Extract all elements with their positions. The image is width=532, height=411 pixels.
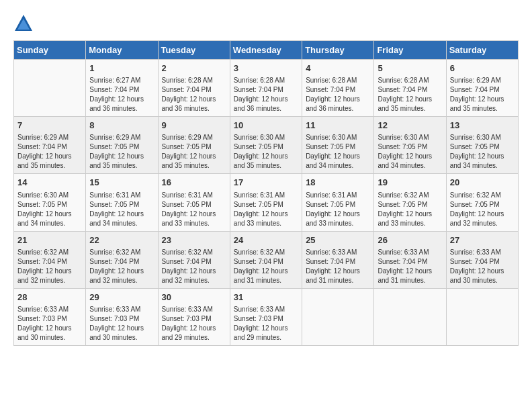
day-info: Sunrise: 6:32 AM Sunset: 7:04 PM Dayligh… [162, 248, 226, 285]
day-info: Sunrise: 6:33 AM Sunset: 7:03 PM Dayligh… [17, 305, 82, 342]
day-number: 13 [450, 120, 515, 132]
day-info: Sunrise: 6:32 AM Sunset: 7:04 PM Dayligh… [17, 248, 82, 285]
calendar-cell: 7Sunrise: 6:29 AM Sunset: 7:04 PM Daylig… [14, 117, 86, 174]
day-info: Sunrise: 6:33 AM Sunset: 7:04 PM Dayligh… [306, 248, 370, 285]
calendar-cell: 20Sunrise: 6:32 AM Sunset: 7:05 PM Dayli… [446, 174, 518, 231]
day-info: Sunrise: 6:29 AM Sunset: 7:05 PM Dayligh… [89, 133, 154, 171]
header-sunday: Sunday [14, 41, 86, 60]
calendar-cell [374, 288, 446, 345]
day-info: Sunrise: 6:33 AM Sunset: 7:03 PM Dayligh… [162, 305, 226, 342]
day-number: 5 [378, 62, 442, 75]
calendar-cell: 12Sunrise: 6:30 AM Sunset: 7:05 PM Dayli… [374, 117, 446, 174]
calendar-cell [446, 288, 518, 345]
calendar-cell: 6Sunrise: 6:29 AM Sunset: 7:04 PM Daylig… [446, 60, 518, 117]
day-number: 26 [378, 234, 442, 246]
header-wednesday: Wednesday [230, 41, 302, 60]
calendar-cell [14, 60, 86, 117]
calendar-cell [302, 288, 374, 345]
calendar-cell: 5Sunrise: 6:28 AM Sunset: 7:04 PM Daylig… [374, 60, 446, 117]
day-info: Sunrise: 6:33 AM Sunset: 7:03 PM Dayligh… [234, 305, 298, 342]
day-number: 8 [89, 120, 154, 132]
header-row: SundayMondayTuesdayWednesdayThursdayFrid… [14, 41, 519, 60]
day-number: 22 [89, 234, 154, 246]
day-info: Sunrise: 6:33 AM Sunset: 7:03 PM Dayligh… [89, 305, 154, 342]
calendar-cell: 9Sunrise: 6:29 AM Sunset: 7:05 PM Daylig… [158, 117, 230, 174]
calendar-cell: 18Sunrise: 6:31 AM Sunset: 7:05 PM Dayli… [302, 174, 374, 231]
calendar-cell: 3Sunrise: 6:28 AM Sunset: 7:04 PM Daylig… [230, 60, 302, 117]
calendar-cell: 28Sunrise: 6:33 AM Sunset: 7:03 PM Dayli… [14, 288, 86, 345]
calendar-cell: 10Sunrise: 6:30 AM Sunset: 7:05 PM Dayli… [230, 117, 302, 174]
day-info: Sunrise: 6:28 AM Sunset: 7:04 PM Dayligh… [378, 76, 442, 113]
logo [13, 13, 36, 34]
calendar-cell: 2Sunrise: 6:28 AM Sunset: 7:04 PM Daylig… [158, 60, 230, 117]
day-info: Sunrise: 6:29 AM Sunset: 7:04 PM Dayligh… [450, 76, 515, 113]
day-number: 10 [234, 120, 298, 132]
calendar-cell: 1Sunrise: 6:27 AM Sunset: 7:04 PM Daylig… [86, 60, 158, 117]
day-info: Sunrise: 6:29 AM Sunset: 7:05 PM Dayligh… [162, 133, 226, 171]
day-info: Sunrise: 6:28 AM Sunset: 7:04 PM Dayligh… [162, 76, 226, 113]
week-row-4: 21Sunrise: 6:32 AM Sunset: 7:04 PM Dayli… [14, 231, 519, 288]
calendar-cell: 13Sunrise: 6:30 AM Sunset: 7:05 PM Dayli… [446, 117, 518, 174]
day-number: 17 [234, 177, 298, 189]
day-info: Sunrise: 6:31 AM Sunset: 7:05 PM Dayligh… [306, 191, 370, 228]
day-number: 6 [450, 62, 515, 75]
day-number: 1 [89, 62, 154, 75]
calendar-cell: 26Sunrise: 6:33 AM Sunset: 7:04 PM Dayli… [374, 231, 446, 288]
calendar-cell: 14Sunrise: 6:30 AM Sunset: 7:05 PM Dayli… [14, 174, 86, 231]
calendar-cell: 25Sunrise: 6:33 AM Sunset: 7:04 PM Dayli… [302, 231, 374, 288]
header-saturday: Saturday [446, 41, 518, 60]
day-number: 27 [450, 234, 515, 246]
day-number: 16 [162, 177, 226, 189]
day-number: 4 [306, 62, 370, 75]
calendar-table: SundayMondayTuesdayWednesdayThursdayFrid… [13, 40, 519, 346]
calendar-cell: 8Sunrise: 6:29 AM Sunset: 7:05 PM Daylig… [86, 117, 158, 174]
day-info: Sunrise: 6:31 AM Sunset: 7:05 PM Dayligh… [234, 191, 298, 228]
page-header [13, 13, 519, 34]
day-number: 14 [17, 177, 82, 189]
calendar-cell: 23Sunrise: 6:32 AM Sunset: 7:04 PM Dayli… [158, 231, 230, 288]
day-number: 7 [17, 120, 82, 132]
header-thursday: Thursday [302, 41, 374, 60]
day-number: 23 [162, 234, 226, 246]
day-info: Sunrise: 6:33 AM Sunset: 7:04 PM Dayligh… [450, 248, 515, 285]
day-number: 29 [89, 291, 154, 304]
day-number: 3 [234, 62, 298, 75]
calendar-cell: 15Sunrise: 6:31 AM Sunset: 7:05 PM Dayli… [86, 174, 158, 231]
day-info: Sunrise: 6:29 AM Sunset: 7:04 PM Dayligh… [17, 133, 82, 171]
day-number: 21 [17, 234, 82, 246]
calendar-cell: 4Sunrise: 6:28 AM Sunset: 7:04 PM Daylig… [302, 60, 374, 117]
day-info: Sunrise: 6:33 AM Sunset: 7:04 PM Dayligh… [378, 248, 442, 285]
week-row-3: 14Sunrise: 6:30 AM Sunset: 7:05 PM Dayli… [14, 174, 519, 231]
day-info: Sunrise: 6:32 AM Sunset: 7:04 PM Dayligh… [234, 248, 298, 285]
header-tuesday: Tuesday [158, 41, 230, 60]
day-number: 20 [450, 177, 515, 189]
calendar-cell: 29Sunrise: 6:33 AM Sunset: 7:03 PM Dayli… [86, 288, 158, 345]
day-number: 11 [306, 120, 370, 132]
day-info: Sunrise: 6:31 AM Sunset: 7:05 PM Dayligh… [162, 191, 226, 228]
calendar-cell: 11Sunrise: 6:30 AM Sunset: 7:05 PM Dayli… [302, 117, 374, 174]
calendar-cell: 21Sunrise: 6:32 AM Sunset: 7:04 PM Dayli… [14, 231, 86, 288]
calendar-cell: 19Sunrise: 6:32 AM Sunset: 7:05 PM Dayli… [374, 174, 446, 231]
calendar-cell: 16Sunrise: 6:31 AM Sunset: 7:05 PM Dayli… [158, 174, 230, 231]
header-friday: Friday [374, 41, 446, 60]
day-number: 12 [378, 120, 442, 132]
calendar-cell: 24Sunrise: 6:32 AM Sunset: 7:04 PM Dayli… [230, 231, 302, 288]
header-monday: Monday [86, 41, 158, 60]
day-info: Sunrise: 6:27 AM Sunset: 7:04 PM Dayligh… [89, 76, 154, 113]
day-number: 15 [89, 177, 154, 189]
day-info: Sunrise: 6:30 AM Sunset: 7:05 PM Dayligh… [306, 133, 370, 171]
day-info: Sunrise: 6:32 AM Sunset: 7:05 PM Dayligh… [450, 191, 515, 228]
calendar-cell: 31Sunrise: 6:33 AM Sunset: 7:03 PM Dayli… [230, 288, 302, 345]
day-info: Sunrise: 6:30 AM Sunset: 7:05 PM Dayligh… [450, 133, 515, 171]
calendar-cell: 17Sunrise: 6:31 AM Sunset: 7:05 PM Dayli… [230, 174, 302, 231]
day-info: Sunrise: 6:30 AM Sunset: 7:05 PM Dayligh… [17, 191, 82, 228]
day-info: Sunrise: 6:30 AM Sunset: 7:05 PM Dayligh… [234, 133, 298, 171]
day-info: Sunrise: 6:32 AM Sunset: 7:04 PM Dayligh… [89, 248, 154, 285]
day-number: 9 [162, 120, 226, 132]
calendar-cell: 30Sunrise: 6:33 AM Sunset: 7:03 PM Dayli… [158, 288, 230, 345]
day-info: Sunrise: 6:28 AM Sunset: 7:04 PM Dayligh… [306, 76, 370, 113]
day-info: Sunrise: 6:28 AM Sunset: 7:04 PM Dayligh… [234, 76, 298, 113]
day-info: Sunrise: 6:31 AM Sunset: 7:05 PM Dayligh… [89, 191, 154, 228]
day-number: 2 [162, 62, 226, 75]
day-number: 18 [306, 177, 370, 189]
